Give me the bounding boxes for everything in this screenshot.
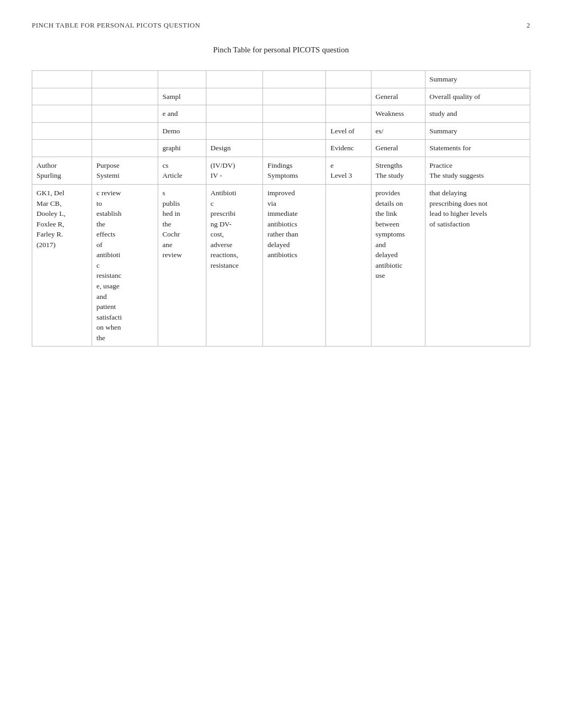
row2-col6 xyxy=(326,88,371,105)
row4-col6: Level of xyxy=(326,122,371,140)
row6-col3: csArticle xyxy=(158,157,206,184)
row5-col5 xyxy=(263,140,326,157)
row2-col3: Sampl xyxy=(158,88,206,105)
data-sample: spublished intheCochranereview xyxy=(158,184,206,346)
row4-col7: es/ xyxy=(371,122,425,140)
row2-col4 xyxy=(206,88,263,105)
table-title: Pinch Table for personal PICOTS question xyxy=(32,46,530,54)
data-findings: improvedviaimmediateantibioticsrather th… xyxy=(263,184,326,346)
row6-col2: PurposeSystemi xyxy=(92,157,158,184)
header-level-empty xyxy=(326,71,371,88)
row6-col6: eLevel 3 xyxy=(326,157,371,184)
row4-col2 xyxy=(92,122,158,140)
header-design-empty xyxy=(206,71,263,88)
row2-col7: General xyxy=(371,88,425,105)
header-purpose-empty xyxy=(92,71,158,88)
row2-col2 xyxy=(92,88,158,105)
row3-col6 xyxy=(326,105,371,123)
row5-col7: General xyxy=(371,140,425,157)
header-strengths-empty xyxy=(371,71,425,88)
page-number: 2 xyxy=(527,21,530,30)
row5-col8: Statements for xyxy=(425,140,530,157)
row4-col8: Summary xyxy=(425,122,530,140)
row3-col4 xyxy=(206,105,263,123)
row6-col5: FindingsSymptoms xyxy=(263,157,326,184)
row2-col8: Overall quality of xyxy=(425,88,530,105)
row6-col8: PracticeThe study suggests xyxy=(425,157,530,184)
row2-col5 xyxy=(263,88,326,105)
row4-col1 xyxy=(32,122,92,140)
row5-col1 xyxy=(32,140,92,157)
data-purpose: c reviewtoestablishtheeffectsofantibioti… xyxy=(92,184,158,346)
row3-col5 xyxy=(263,105,326,123)
row3-col3: e and xyxy=(158,105,206,123)
header-findings-empty xyxy=(263,71,326,88)
document-title: PINCH TABLE FOR PERSONAL PICOTS QUESTION xyxy=(32,21,200,30)
header-summary-label: Summary xyxy=(425,71,530,88)
pinch-table: Summary Sampl General Overall quality of… xyxy=(32,70,530,347)
row5-col2 xyxy=(92,140,158,157)
row6-col4: (IV/DV)IV - xyxy=(206,157,263,184)
row5-col4: Design xyxy=(206,140,263,157)
row6-col1: AuthorSpurling xyxy=(32,157,92,184)
row5-col6: Evidenc xyxy=(326,140,371,157)
row6-col7: StrengthsThe study xyxy=(371,157,425,184)
row3-col1 xyxy=(32,105,92,123)
data-level xyxy=(326,184,371,346)
row3-col8: study and xyxy=(425,105,530,123)
data-strengths: providesdetails onthe linkbetweensymptom… xyxy=(371,184,425,346)
row3-col7: Weakness xyxy=(371,105,425,123)
row2-col1 xyxy=(32,88,92,105)
header-author-empty xyxy=(32,71,92,88)
row3-col2 xyxy=(92,105,158,123)
header-sample-empty xyxy=(158,71,206,88)
data-design: Antibioticprescribing DV-cost,adverserea… xyxy=(206,184,263,346)
data-summary: that delayingprescribing does notlead to… xyxy=(425,184,530,346)
row4-col4 xyxy=(206,122,263,140)
row5-col3: graphi xyxy=(158,140,206,157)
data-author: GK1, DelMar CB,Dooley L,Foxlee R,Farley … xyxy=(32,184,92,346)
row4-col5 xyxy=(263,122,326,140)
row4-col3: Demo xyxy=(158,122,206,140)
